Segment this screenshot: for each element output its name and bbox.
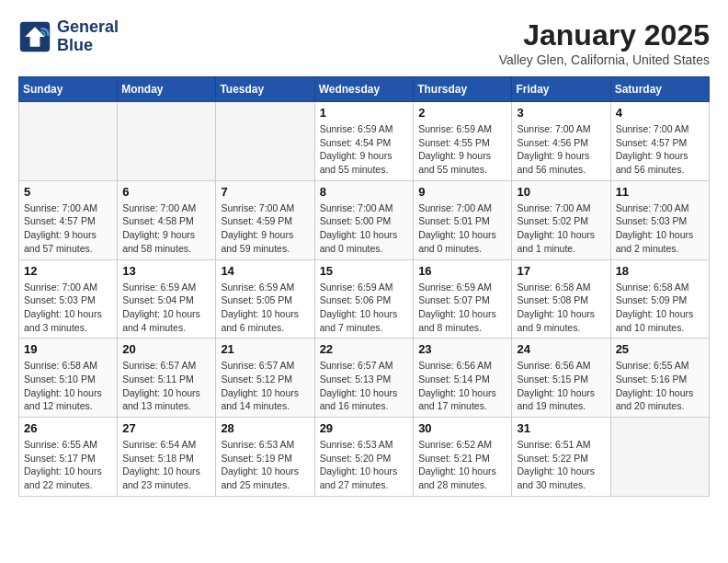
calendar-cell: 5Sunrise: 7:00 AMSunset: 4:57 PMDaylight… bbox=[19, 180, 118, 259]
calendar-cell: 7Sunrise: 7:00 AMSunset: 4:59 PMDaylight… bbox=[216, 180, 314, 259]
calendar-cell: 31Sunrise: 6:51 AMSunset: 5:22 PMDayligh… bbox=[512, 418, 610, 497]
day-number: 20 bbox=[122, 342, 210, 356]
calendar-cell: 17Sunrise: 6:58 AMSunset: 5:08 PMDayligh… bbox=[512, 259, 610, 339]
calendar-cell: 14Sunrise: 6:59 AMSunset: 5:05 PMDayligh… bbox=[216, 259, 314, 339]
day-number: 31 bbox=[517, 421, 605, 435]
calendar-cell bbox=[610, 418, 709, 497]
day-number: 21 bbox=[221, 342, 309, 356]
calendar-cell: 21Sunrise: 6:57 AMSunset: 5:12 PMDayligh… bbox=[216, 339, 314, 418]
day-number: 3 bbox=[517, 106, 605, 120]
calendar-cell: 16Sunrise: 6:59 AMSunset: 5:07 PMDayligh… bbox=[414, 259, 512, 339]
day-info: Sunrise: 6:57 AMSunset: 5:13 PMDaylight:… bbox=[320, 359, 409, 413]
day-info: Sunrise: 6:59 AMSunset: 5:06 PMDaylight:… bbox=[320, 281, 409, 335]
day-info: Sunrise: 6:59 AMSunset: 4:55 PMDaylight:… bbox=[418, 122, 506, 177]
calendar-cell: 26Sunrise: 6:55 AMSunset: 5:17 PMDayligh… bbox=[19, 418, 118, 497]
day-number: 30 bbox=[418, 421, 506, 435]
day-number: 26 bbox=[24, 421, 112, 435]
calendar-cell: 24Sunrise: 6:56 AMSunset: 5:15 PMDayligh… bbox=[512, 339, 610, 418]
calendar-cell: 12Sunrise: 7:00 AMSunset: 5:03 PMDayligh… bbox=[19, 259, 118, 339]
day-info: Sunrise: 6:58 AMSunset: 5:08 PMDaylight:… bbox=[517, 281, 605, 335]
weekday-header-saturday: Saturday bbox=[610, 77, 709, 102]
title-block: January 2025 Valley Glen, California, Un… bbox=[499, 18, 710, 67]
day-info: Sunrise: 7:00 AMSunset: 5:02 PMDaylight:… bbox=[517, 201, 605, 256]
calendar-cell: 11Sunrise: 7:00 AMSunset: 5:03 PMDayligh… bbox=[610, 180, 709, 259]
calendar-cell: 6Sunrise: 7:00 AMSunset: 4:58 PMDaylight… bbox=[118, 180, 216, 259]
calendar-cell: 13Sunrise: 6:59 AMSunset: 5:04 PMDayligh… bbox=[118, 259, 216, 339]
day-number: 9 bbox=[418, 185, 506, 199]
day-info: Sunrise: 7:00 AMSunset: 4:57 PMDaylight:… bbox=[616, 122, 704, 177]
month-title: January 2025 bbox=[499, 18, 710, 52]
day-info: Sunrise: 7:00 AMSunset: 5:03 PMDaylight:… bbox=[616, 201, 704, 256]
calendar-cell: 4Sunrise: 7:00 AMSunset: 4:57 PMDaylight… bbox=[610, 102, 709, 181]
calendar-cell: 15Sunrise: 6:59 AMSunset: 5:06 PMDayligh… bbox=[314, 259, 414, 339]
day-info: Sunrise: 6:59 AMSunset: 5:04 PMDaylight:… bbox=[122, 281, 210, 335]
day-number: 24 bbox=[517, 342, 605, 356]
day-info: Sunrise: 6:56 AMSunset: 5:14 PMDaylight:… bbox=[418, 359, 506, 413]
calendar-cell: 2Sunrise: 6:59 AMSunset: 4:55 PMDaylight… bbox=[414, 102, 512, 181]
day-info: Sunrise: 6:51 AMSunset: 5:22 PMDaylight:… bbox=[517, 438, 605, 492]
weekday-header-tuesday: Tuesday bbox=[216, 77, 314, 102]
calendar-cell: 8Sunrise: 7:00 AMSunset: 5:00 PMDaylight… bbox=[314, 180, 414, 259]
day-info: Sunrise: 6:55 AMSunset: 5:17 PMDaylight:… bbox=[24, 438, 112, 492]
calendar-cell: 1Sunrise: 6:59 AMSunset: 4:54 PMDaylight… bbox=[314, 102, 414, 181]
calendar-cell bbox=[118, 102, 216, 181]
day-number: 16 bbox=[418, 264, 506, 278]
week-row-4: 19Sunrise: 6:58 AMSunset: 5:10 PMDayligh… bbox=[19, 339, 710, 418]
day-info: Sunrise: 6:56 AMSunset: 5:15 PMDaylight:… bbox=[517, 359, 605, 413]
day-info: Sunrise: 6:53 AMSunset: 5:20 PMDaylight:… bbox=[320, 438, 409, 492]
day-info: Sunrise: 6:54 AMSunset: 5:18 PMDaylight:… bbox=[122, 438, 210, 492]
day-info: Sunrise: 6:55 AMSunset: 5:16 PMDaylight:… bbox=[616, 359, 704, 413]
day-info: Sunrise: 6:57 AMSunset: 5:11 PMDaylight:… bbox=[122, 359, 210, 413]
logo-text: General Blue bbox=[57, 18, 119, 55]
calendar-cell: 28Sunrise: 6:53 AMSunset: 5:19 PMDayligh… bbox=[216, 418, 314, 497]
day-info: Sunrise: 6:59 AMSunset: 5:05 PMDaylight:… bbox=[221, 281, 309, 335]
calendar-table: SundayMondayTuesdayWednesdayThursdayFrid… bbox=[18, 76, 710, 497]
day-number: 13 bbox=[122, 264, 210, 278]
weekday-header-friday: Friday bbox=[512, 77, 610, 102]
day-number: 27 bbox=[122, 421, 210, 435]
week-row-2: 5Sunrise: 7:00 AMSunset: 4:57 PMDaylight… bbox=[19, 180, 710, 259]
calendar-cell: 9Sunrise: 7:00 AMSunset: 5:01 PMDaylight… bbox=[414, 180, 512, 259]
calendar-cell: 10Sunrise: 7:00 AMSunset: 5:02 PMDayligh… bbox=[512, 180, 610, 259]
day-info: Sunrise: 6:58 AMSunset: 5:10 PMDaylight:… bbox=[24, 359, 112, 413]
week-row-5: 26Sunrise: 6:55 AMSunset: 5:17 PMDayligh… bbox=[19, 418, 710, 497]
day-number: 25 bbox=[616, 342, 704, 356]
weekday-header-thursday: Thursday bbox=[414, 77, 512, 102]
day-number: 6 bbox=[122, 185, 210, 199]
day-number: 28 bbox=[221, 421, 309, 435]
weekday-header-monday: Monday bbox=[118, 77, 216, 102]
calendar-cell: 25Sunrise: 6:55 AMSunset: 5:16 PMDayligh… bbox=[610, 339, 709, 418]
day-info: Sunrise: 7:00 AMSunset: 4:57 PMDaylight:… bbox=[24, 201, 112, 256]
weekday-header-row: SundayMondayTuesdayWednesdayThursdayFrid… bbox=[19, 77, 710, 102]
weekday-header-sunday: Sunday bbox=[19, 77, 118, 102]
week-row-3: 12Sunrise: 7:00 AMSunset: 5:03 PMDayligh… bbox=[19, 259, 710, 339]
day-info: Sunrise: 6:52 AMSunset: 5:21 PMDaylight:… bbox=[418, 438, 506, 492]
day-info: Sunrise: 7:00 AMSunset: 5:03 PMDaylight:… bbox=[24, 281, 112, 335]
day-info: Sunrise: 6:57 AMSunset: 5:12 PMDaylight:… bbox=[221, 359, 309, 413]
day-info: Sunrise: 6:59 AMSunset: 4:54 PMDaylight:… bbox=[320, 122, 409, 177]
day-info: Sunrise: 6:58 AMSunset: 5:09 PMDaylight:… bbox=[616, 281, 704, 335]
day-number: 11 bbox=[616, 185, 704, 199]
day-number: 22 bbox=[320, 342, 409, 356]
day-info: Sunrise: 6:59 AMSunset: 5:07 PMDaylight:… bbox=[418, 281, 506, 335]
page-header: General Blue January 2025 Valley Glen, C… bbox=[18, 18, 710, 67]
calendar-cell: 3Sunrise: 7:00 AMSunset: 4:56 PMDaylight… bbox=[512, 102, 610, 181]
day-number: 12 bbox=[24, 264, 112, 278]
day-number: 2 bbox=[418, 106, 506, 120]
day-number: 8 bbox=[320, 185, 409, 199]
logo-icon bbox=[18, 20, 51, 53]
day-number: 17 bbox=[517, 264, 605, 278]
calendar-cell bbox=[19, 102, 118, 181]
day-info: Sunrise: 7:00 AMSunset: 5:00 PMDaylight:… bbox=[320, 201, 409, 256]
weekday-header-wednesday: Wednesday bbox=[314, 77, 414, 102]
location-subtitle: Valley Glen, California, United States bbox=[499, 52, 710, 67]
day-number: 19 bbox=[24, 342, 112, 356]
calendar-cell bbox=[216, 102, 314, 181]
day-number: 10 bbox=[517, 185, 605, 199]
day-info: Sunrise: 7:00 AMSunset: 4:56 PMDaylight:… bbox=[517, 122, 605, 177]
calendar-cell: 30Sunrise: 6:52 AMSunset: 5:21 PMDayligh… bbox=[414, 418, 512, 497]
day-number: 7 bbox=[221, 185, 309, 199]
week-row-1: 1Sunrise: 6:59 AMSunset: 4:54 PMDaylight… bbox=[19, 102, 710, 181]
day-number: 4 bbox=[616, 106, 704, 120]
calendar-cell: 29Sunrise: 6:53 AMSunset: 5:20 PMDayligh… bbox=[314, 418, 414, 497]
